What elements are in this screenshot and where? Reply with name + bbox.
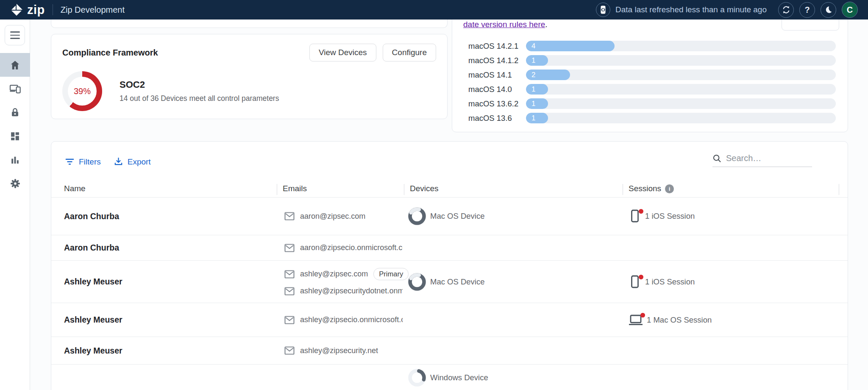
- session-notification-dot: [639, 209, 643, 214]
- sidebar: [0, 20, 30, 390]
- topbar-divider: [53, 4, 53, 15]
- user-name: Ashley Meuser: [64, 261, 122, 303]
- brand: zip: [10, 3, 45, 16]
- email-icon: [284, 212, 295, 220]
- os-bar-value: 2: [526, 71, 535, 79]
- view-devices-button[interactable]: View Devices: [309, 44, 376, 61]
- sessions-label: Sessions: [629, 184, 661, 193]
- user-name: Ashley Meuser: [64, 303, 122, 337]
- search-input[interactable]: [726, 153, 804, 163]
- compliance-percent: 39%: [74, 86, 91, 96]
- help-button[interactable]: ?: [799, 2, 815, 18]
- os-bar-value: 1: [526, 100, 535, 108]
- table-row[interactable]: Ashley Meuser ashley@zipsecio.onmicrosof…: [51, 303, 848, 337]
- filters-button[interactable]: Filters: [65, 157, 101, 167]
- email-address: ashley@zipsec.com: [300, 270, 368, 279]
- windows-device-spinner-icon: [407, 368, 427, 387]
- table-body: Aaron Churba aaron@zipsec.com: [51, 198, 848, 390]
- os-bar-label: macOS 14.0: [452, 85, 526, 94]
- filters-label: Filters: [79, 157, 101, 167]
- primary-badge: Primary: [373, 268, 409, 280]
- os-bar-row: macOS 14.1 2: [452, 70, 849, 80]
- session-label: 1 iOS Session: [645, 212, 695, 221]
- user-avatar[interactable]: C: [842, 2, 858, 18]
- column-header-devices[interactable]: Devices: [410, 184, 439, 193]
- sidebar-collapse-button[interactable]: [5, 25, 25, 45]
- email-icon: [284, 346, 295, 355]
- sessions-info-icon[interactable]: i: [665, 184, 674, 193]
- os-versions-card: date version rules here. macOS 14.2.1 4 …: [452, 0, 848, 132]
- sidebar-item-home[interactable]: [0, 53, 30, 77]
- email-icon: [284, 270, 295, 279]
- sidebar-item-devices[interactable]: [0, 77, 30, 100]
- email-address: aaron@zipsecio.onmicrosoft.co: [300, 243, 403, 252]
- brand-wordmark: zip: [27, 4, 45, 16]
- bar-chart-icon: [10, 155, 20, 165]
- os-version-bars: macOS 14.2.1 4 macOS 14.1.2 1 macOS 14.1…: [452, 41, 849, 127]
- table-row[interactable]: Aaron Churba aaron@zipsecio.onmicrosoft.…: [51, 235, 848, 261]
- email-address: ashley@zipsecurity.net: [300, 346, 378, 355]
- moon-icon: [824, 6, 833, 14]
- user-name: Aaron Churba: [64, 235, 119, 260]
- gear-icon: [10, 178, 21, 189]
- search-icon: [712, 154, 722, 163]
- table-header: Name Emails Devices Sessions i: [51, 183, 848, 198]
- session-label: 1 Mac OS Session: [647, 315, 712, 325]
- column-divider: [404, 184, 404, 195]
- os-bar-row: macOS 13.6.2 1: [452, 98, 849, 109]
- table-row[interactable]: Aaron Churba aaron@zipsec.com: [51, 198, 848, 235]
- compliance-card-title: Compliance Framework: [62, 48, 158, 58]
- table-row[interactable]: Ashley Meuser ashley@zipsecurity.net: [51, 337, 848, 365]
- os-bar-value: 4: [526, 42, 535, 50]
- download-icon: [114, 157, 123, 167]
- search-box: [712, 153, 812, 167]
- home-icon: [9, 59, 21, 71]
- device-sync-icon: [596, 3, 610, 17]
- os-bar-row: macOS 14.1.2 1: [452, 55, 849, 66]
- framework-name: SOC2: [120, 79, 279, 90]
- user-name: Aaron Churba: [64, 198, 119, 235]
- email-icon: [284, 244, 295, 252]
- zip-logo-icon: [10, 3, 23, 16]
- column-header-sessions[interactable]: Sessions i: [629, 184, 674, 193]
- users-table-card: Filters Export Name Emails Devices Se: [51, 141, 848, 390]
- os-bar-row: macOS 14.0 1: [452, 84, 849, 95]
- refresh-button[interactable]: [778, 2, 794, 18]
- data-refresh-status: Data last refreshed less than a minute a…: [596, 3, 767, 17]
- session-label: 1 iOS Session: [645, 277, 695, 287]
- macos-device-spinner-icon: [407, 206, 427, 226]
- scrolled-card-bottom-edge: [51, 20, 448, 28]
- date-version-rules-link[interactable]: date version rules here: [463, 20, 545, 29]
- os-bar-label: macOS 13.6.2: [452, 99, 526, 109]
- sidebar-item-reports[interactable]: [0, 148, 30, 172]
- table-row[interactable]: Windows Device: [51, 365, 848, 390]
- column-header-emails[interactable]: Emails: [283, 184, 307, 193]
- compliance-subtitle: 14 out of 36 Devices meet all control pa…: [120, 94, 279, 103]
- dashboard-icon: [10, 131, 20, 142]
- os-bar-value: 1: [526, 56, 535, 65]
- sidebar-item-dashboard[interactable]: [0, 124, 30, 148]
- export-label: Export: [128, 157, 151, 167]
- email-address: ashley@zipsecio.onmicrosoft.co: [300, 315, 403, 324]
- configure-button[interactable]: Configure: [383, 44, 436, 61]
- device-label: Mac OS Device: [430, 277, 485, 287]
- compliance-donut: 39%: [62, 71, 102, 111]
- os-bar-label: macOS 14.1.2: [452, 56, 526, 65]
- sidebar-item-settings[interactable]: [0, 172, 30, 195]
- dark-mode-toggle[interactable]: [821, 2, 836, 18]
- devices-icon: [9, 83, 21, 95]
- compliance-framework-card: Compliance Framework View Devices Config…: [51, 34, 448, 119]
- refresh-status-text: Data last refreshed less than a minute a…: [615, 5, 767, 14]
- email-icon: [284, 287, 295, 295]
- device-label: Mac OS Device: [430, 212, 485, 221]
- email-address: aaron@zipsec.com: [300, 212, 365, 221]
- column-header-name[interactable]: Name: [64, 184, 86, 193]
- table-row[interactable]: Ashley Meuser ashley@zipsec.com Primary: [51, 261, 848, 303]
- os-bar-value: 1: [526, 114, 535, 123]
- os-bar-row: macOS 13.6 1: [452, 113, 849, 123]
- export-button[interactable]: Export: [114, 157, 151, 167]
- session-notification-dot: [640, 313, 645, 318]
- session-notification-dot: [639, 275, 643, 279]
- sidebar-item-security[interactable]: [0, 100, 30, 124]
- column-divider: [839, 184, 839, 195]
